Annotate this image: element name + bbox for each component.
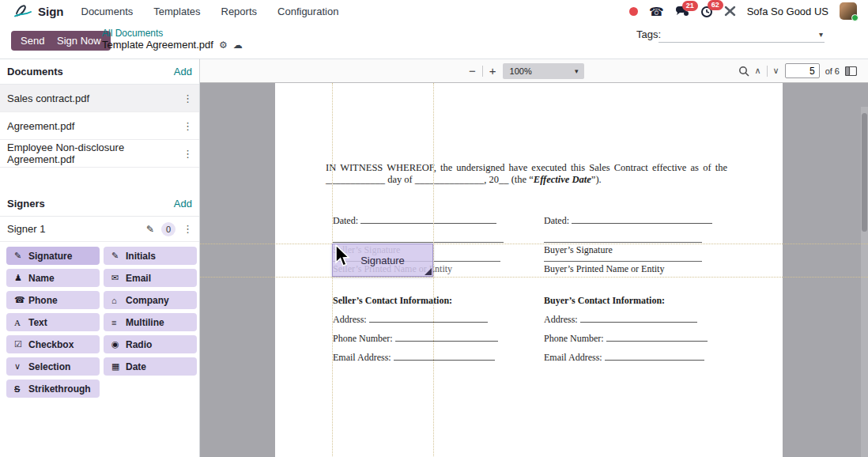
field-button-initials[interactable]: ✎ Initials xyxy=(104,247,197,265)
menu-documents[interactable]: Documents xyxy=(81,6,134,17)
tags-control: Tags: ▾ xyxy=(636,27,826,41)
seller-phone-line: Phone Number: xyxy=(333,333,498,345)
menu-templates[interactable]: Templates xyxy=(153,6,200,17)
contract-paragraph-line1: IN WITNESS WHEREOF, the undersigned have… xyxy=(326,162,727,174)
field-button-name[interactable]: ♟ Name xyxy=(6,269,100,287)
zoom-out-button[interactable]: − xyxy=(469,65,476,77)
zoom-in-button[interactable]: + xyxy=(489,65,496,77)
field-label: Radio xyxy=(126,339,152,350)
documents-header-label: Documents xyxy=(7,66,63,77)
field-button-selection[interactable]: ∨ Selection xyxy=(6,357,100,376)
zoom-level-select[interactable]: 100% ▾ xyxy=(503,63,584,79)
signers-section-header: Signers Add xyxy=(0,191,199,217)
edit-signer-pencil-icon[interactable]: ✎ xyxy=(146,224,154,235)
buyer-printed-line xyxy=(544,261,702,262)
add-signer-button[interactable]: Add xyxy=(174,198,192,210)
kebab-menu-icon[interactable]: ⋮ xyxy=(183,120,193,132)
field-button-radio[interactable]: ◉ Radio xyxy=(104,335,197,353)
calendar-icon: ▦ xyxy=(111,361,126,372)
previous-page-button[interactable]: ∧ xyxy=(755,66,761,76)
field-button-signature[interactable]: ✎ Signature xyxy=(6,247,100,265)
field-button-phone[interactable]: ☎ Phone xyxy=(6,291,100,309)
pdf-canvas: IN WITNESS WHEREOF, the undersigned have… xyxy=(200,83,868,457)
kebab-menu-icon[interactable]: ⋮ xyxy=(183,93,193,104)
field-label: Checkbox xyxy=(28,339,74,350)
field-label: Signature xyxy=(28,251,72,262)
scrollbar-thumb[interactable] xyxy=(862,113,867,232)
chevron-down-icon: ∨ xyxy=(14,361,28,372)
signer-row[interactable]: Signer 1 ✎ 0 ⋮ xyxy=(0,217,199,242)
add-document-button[interactable]: Add xyxy=(174,66,192,77)
page-number-input[interactable] xyxy=(785,63,820,78)
field-label: Strikethrough xyxy=(28,383,91,395)
snap-guide-horizontal xyxy=(200,244,868,244)
sign-now-button[interactable]: Sign Now xyxy=(47,31,111,51)
paragraph-text: ____________ day of ______________, 20__… xyxy=(326,174,534,185)
tools-icon[interactable] xyxy=(724,6,736,17)
letter-a-icon: A xyxy=(14,318,28,327)
breadcrumb: All Documents Template Agreement.pdf ⚙ ☁ xyxy=(102,28,243,51)
field-button-checkbox[interactable]: ☑ Checkbox xyxy=(6,335,100,353)
document-name: Agreement.pdf xyxy=(7,120,74,132)
breadcrumb-all-documents[interactable]: All Documents xyxy=(102,28,243,39)
buyer-address-line: Address: xyxy=(544,314,697,326)
avatar[interactable] xyxy=(840,2,857,20)
contract-paragraph-line2: ____________ day of ______________, 20__… xyxy=(326,174,727,186)
phone-icon[interactable]: ☎ xyxy=(649,6,664,17)
document-row-nda[interactable]: Employee Non-disclosure Agreement.pdf ⋮ xyxy=(0,140,199,168)
field-label: Company xyxy=(126,295,169,306)
document-name: Employee Non-disclosure Agreement.pdf xyxy=(7,142,192,165)
effective-date-term: Effective Date xyxy=(534,174,591,185)
field-label: Name xyxy=(28,273,55,284)
buyer-signature-line xyxy=(544,242,702,243)
radio-icon: ◉ xyxy=(111,339,126,349)
seller-address-line: Address: xyxy=(333,314,488,326)
pen-icon: ✎ xyxy=(14,251,28,261)
pdf-toolbar: − + 100% ▾ ∧ ∨ of 6 xyxy=(200,59,868,83)
document-name: Sales contract.pdf xyxy=(7,93,89,104)
menu-configuration[interactable]: Configuration xyxy=(277,6,338,17)
document-row-sales-contract[interactable]: Sales contract.pdf ⋮ xyxy=(0,85,199,112)
chevron-down-icon: ▾ xyxy=(819,30,823,39)
checkbox-icon: ☑ xyxy=(14,339,28,349)
user-name[interactable]: Sofa So Good US xyxy=(747,6,828,17)
lines-icon: ≡ xyxy=(111,318,126,327)
pdf-viewer: − + 100% ▾ ∧ ∨ of 6 xyxy=(200,59,868,457)
sidebar-toggle-icon[interactable] xyxy=(845,66,857,76)
action-bar: Send Sign Now All Documents Template Agr… xyxy=(0,22,868,59)
sidebar: Documents Add Sales contract.pdf ⋮ Agree… xyxy=(0,59,200,457)
cloud-sync-icon[interactable]: ☁ xyxy=(233,39,243,51)
breadcrumb-current-file: Template Agreement.pdf xyxy=(102,39,213,51)
next-page-button[interactable]: ∨ xyxy=(773,66,779,76)
buyer-phone-line: Phone Number: xyxy=(544,333,708,345)
field-label: Phone xyxy=(28,295,58,306)
field-button-date[interactable]: ▦ Date xyxy=(104,357,197,376)
online-status-dot xyxy=(851,14,859,21)
buyer-signature-label: Buyer’s Signature xyxy=(544,244,613,256)
resize-handle[interactable] xyxy=(425,268,432,275)
menu-reports[interactable]: Reports xyxy=(221,6,258,17)
field-button-text[interactable]: A Text xyxy=(6,313,100,331)
phone-icon: ☎ xyxy=(14,295,28,305)
field-label: Email xyxy=(126,273,151,284)
search-icon[interactable] xyxy=(738,66,749,77)
document-row-agreement[interactable]: Agreement.pdf ⋮ xyxy=(0,112,199,140)
template-settings-gear-icon[interactable]: ⚙ xyxy=(219,39,228,51)
envelope-icon: ✉ xyxy=(111,273,126,283)
activities-icon[interactable]: 62 xyxy=(700,5,713,17)
field-label: Selection xyxy=(28,361,70,372)
messages-icon[interactable]: 21 xyxy=(675,6,689,17)
app-title: Sign xyxy=(38,5,64,18)
field-button-company[interactable]: ⌂ Company xyxy=(104,291,197,309)
field-label: Text xyxy=(28,317,47,328)
top-navbar: Sign Documents Templates Reports Configu… xyxy=(0,0,868,22)
kebab-menu-icon[interactable]: ⋮ xyxy=(183,223,193,235)
buyer-contact-header: Buyer’s Contact Information: xyxy=(544,295,665,307)
vertical-scrollbar[interactable] xyxy=(861,107,868,457)
kebab-menu-icon[interactable]: ⋮ xyxy=(183,148,193,160)
field-button-email[interactable]: ✉ Email xyxy=(104,269,197,287)
field-button-strikethrough[interactable]: S Strikethrough xyxy=(6,380,100,398)
tags-select[interactable]: ▾ xyxy=(659,27,825,43)
buyer-email-line: Email Address: xyxy=(544,352,704,364)
field-button-multiline[interactable]: ≡ Multiline xyxy=(104,313,197,331)
